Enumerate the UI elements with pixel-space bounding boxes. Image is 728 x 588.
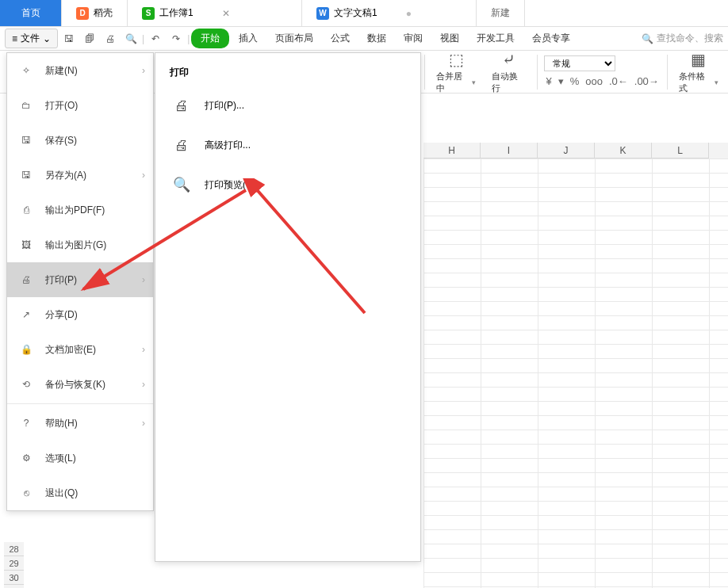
wrap-label: 自动换行 bbox=[492, 71, 526, 94]
spreadsheet-icon: S bbox=[142, 7, 155, 20]
inc-decimal-icon[interactable]: .0← bbox=[607, 74, 630, 88]
file-menu-encrypt[interactable]: 🔒 文档加密(E) › bbox=[7, 332, 153, 367]
row-header[interactable]: 31 bbox=[4, 585, 24, 588]
file-menu-save-as[interactable]: 🖫 另存为(A) › bbox=[7, 158, 153, 193]
col-header[interactable]: I bbox=[481, 143, 538, 158]
tab-label: 文字文稿1 bbox=[334, 6, 377, 20]
chevron-right-icon: › bbox=[142, 344, 145, 355]
toolbar-preview-icon[interactable]: 🔍 bbox=[121, 29, 140, 48]
submenu-title: 打印 bbox=[155, 53, 420, 86]
ribbon-tab-insert[interactable]: 插入 bbox=[231, 29, 266, 48]
row-header[interactable]: 28 bbox=[4, 542, 24, 556]
menu-label: 分享(D) bbox=[45, 308, 78, 322]
close-icon[interactable]: ✕ bbox=[222, 8, 230, 19]
ribbon-tab-formula[interactable]: 公式 bbox=[323, 29, 358, 48]
print-icon: 🖨 bbox=[18, 272, 34, 288]
undo-icon[interactable]: ↶ bbox=[146, 29, 165, 48]
tab-label: 新建 bbox=[491, 6, 510, 20]
document-tabs: 首页 D 稻壳 S 工作簿1 ✕ W 文字文稿1 ● 新建 bbox=[0, 0, 728, 27]
file-menu-share[interactable]: ↗ 分享(D) bbox=[7, 297, 153, 332]
dec-decimal-icon[interactable]: .00→ bbox=[633, 74, 661, 88]
menu-label: 打印(P) bbox=[45, 273, 77, 287]
tab-daoke[interactable]: D 稻壳 bbox=[62, 0, 128, 26]
col-header[interactable]: L bbox=[652, 143, 709, 158]
file-button-label: 文件 bbox=[21, 32, 40, 45]
chevron-right-icon: › bbox=[142, 65, 145, 76]
ribbon-tab-view[interactable]: 视图 bbox=[432, 29, 467, 48]
file-menu-new[interactable]: ✧ 新建(N) › bbox=[7, 53, 153, 88]
ribbon-tab-review[interactable]: 审阅 bbox=[396, 29, 431, 48]
row-headers: 28 29 30 31 bbox=[4, 542, 24, 588]
file-menu-print[interactable]: 🖨 打印(P) › bbox=[7, 262, 153, 297]
comma-icon[interactable]: ooo bbox=[584, 74, 604, 88]
doc-icon: W bbox=[316, 7, 329, 20]
autowrap-button[interactable]: ⤶ 自动换行 bbox=[487, 48, 531, 96]
dropdown-icon[interactable]: ▾ bbox=[557, 74, 565, 88]
menu-label: 保存(S) bbox=[45, 134, 77, 147]
ribbon-tab-layout[interactable]: 页面布局 bbox=[267, 29, 321, 48]
ribbon-tab-data[interactable]: 数据 bbox=[359, 29, 394, 48]
submenu-print-preview[interactable]: 🔍 打印预览(V) bbox=[155, 165, 420, 204]
tab-new[interactable]: 新建 bbox=[477, 0, 525, 26]
submenu-label: 打印(P)... bbox=[205, 99, 244, 113]
row-header[interactable]: 30 bbox=[4, 571, 24, 585]
gear-icon: ⚙ bbox=[18, 450, 34, 466]
percent-icon[interactable]: % bbox=[569, 74, 581, 88]
file-menu-backup[interactable]: ⟲ 备份与恢复(K) › bbox=[7, 367, 153, 402]
menu-label: 帮助(H) bbox=[45, 417, 78, 430]
toolbar-save-icon[interactable]: 🖫 bbox=[59, 29, 79, 48]
file-menu-open[interactable]: 🗀 打开(O) bbox=[7, 88, 153, 123]
menu-label: 输出为图片(G) bbox=[45, 239, 106, 252]
ribbon-tab-dev[interactable]: 开发工具 bbox=[469, 29, 523, 48]
number-format-select[interactable]: 常规 bbox=[544, 55, 615, 71]
menu-label: 选项(L) bbox=[45, 452, 76, 465]
ribbon-tab-member[interactable]: 会员专享 bbox=[524, 29, 578, 48]
print-submenu: 打印 🖨 打印(P)... 🖨 高级打印... 🔍 打印预览(V) bbox=[155, 52, 421, 562]
file-menu-save[interactable]: 🖫 保存(S) bbox=[7, 123, 153, 158]
merge-icon: ⬚ bbox=[449, 50, 464, 69]
separator bbox=[537, 55, 538, 90]
command-search[interactable]: 🔍 查找命令、搜索 bbox=[642, 32, 723, 45]
dirty-indicator: ● bbox=[406, 8, 412, 19]
exit-icon: ⎋ bbox=[18, 485, 34, 501]
menu-label: 打开(O) bbox=[45, 99, 78, 113]
hamburger-icon: ≡ bbox=[12, 33, 17, 44]
submenu-print[interactable]: 🖨 打印(P)... bbox=[155, 86, 420, 125]
tab-home[interactable]: 首页 bbox=[0, 0, 62, 26]
tab-label: 工作簿1 bbox=[159, 6, 193, 20]
chevron-right-icon: › bbox=[142, 274, 145, 285]
chevron-right-icon: › bbox=[142, 418, 145, 429]
menu-separator bbox=[7, 403, 153, 404]
submenu-advanced-print[interactable]: 🖨 高级打印... bbox=[155, 125, 420, 165]
col-header[interactable]: K bbox=[595, 143, 652, 158]
redo-icon[interactable]: ↷ bbox=[167, 29, 186, 48]
file-menu-exit[interactable]: ⎋ 退出(Q) bbox=[7, 475, 153, 510]
file-button[interactable]: ≡ 文件 ⌄ bbox=[5, 29, 58, 48]
backup-icon: ⟲ bbox=[18, 376, 34, 392]
tab-doc[interactable]: W 文字文稿1 ● bbox=[302, 0, 477, 26]
tab-workbook[interactable]: S 工作簿1 ✕ bbox=[128, 0, 302, 26]
save-icon: 🖫 bbox=[18, 132, 34, 148]
pdf-icon: ⎙ bbox=[18, 202, 34, 218]
wrap-icon: ⤶ bbox=[502, 50, 515, 69]
search-icon: 🔍 bbox=[642, 33, 653, 44]
file-menu-export-pdf[interactable]: ⎙ 输出为PDF(F) bbox=[7, 193, 153, 227]
chevron-down-icon: ⌄ bbox=[43, 33, 51, 44]
merge-center-button[interactable]: ⬚ 合并居中▾ bbox=[431, 48, 481, 96]
col-header[interactable]: J bbox=[538, 143, 595, 158]
ribbon-tab-start[interactable]: 开始 bbox=[191, 29, 229, 48]
file-menu-help[interactable]: ? 帮助(H) › bbox=[7, 406, 153, 441]
file-menu-options[interactable]: ⚙ 选项(L) bbox=[7, 441, 153, 475]
share-icon: ↗ bbox=[18, 307, 34, 323]
toolbar-save-as-icon[interactable]: 🗐 bbox=[80, 29, 99, 48]
chevron-right-icon: › bbox=[142, 379, 145, 390]
separator bbox=[424, 55, 425, 90]
toolbar-print-icon[interactable]: 🖨 bbox=[101, 29, 120, 48]
row-header[interactable]: 29 bbox=[4, 556, 24, 571]
col-header[interactable]: H bbox=[423, 143, 481, 158]
image-icon: 🖼 bbox=[18, 237, 34, 253]
daoke-icon: D bbox=[76, 7, 89, 20]
cond-format-button[interactable]: ▦ 条件格式▾ bbox=[674, 48, 723, 96]
currency-icon[interactable]: ¥ bbox=[544, 74, 553, 88]
file-menu-export-image[interactable]: 🖼 输出为图片(G) bbox=[7, 227, 153, 262]
